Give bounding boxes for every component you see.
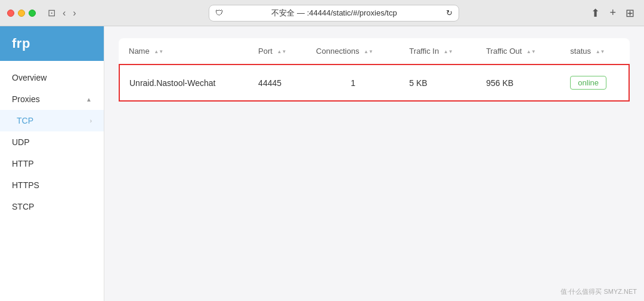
sort-icon-connections: ▲▼ (364, 50, 373, 54)
sidebar-logo: frp (0, 26, 104, 61)
address-bar[interactable]: 🛡 不安全 — :44444/static/#/proxies/tcp ↻ (209, 5, 459, 22)
sort-icon-port: ▲▼ (277, 50, 287, 54)
overview-label: Overview (12, 73, 47, 82)
sort-icon-status: ▲▼ (596, 50, 605, 54)
col-name[interactable]: Name ▲▼ (119, 38, 249, 64)
app-container: frp Overview Proxies ▲ TCP › UDP HTTP HT… (0, 26, 644, 301)
cell-status: online (561, 64, 629, 101)
sidebar-item-proxies[interactable]: Proxies ▲ (0, 88, 104, 110)
content-area: Name ▲▼ Port ▲▼ Connections ▲▼ Traffic I… (104, 26, 644, 301)
col-connections[interactable]: Connections ▲▼ (306, 38, 400, 64)
sidebar-nav: Overview Proxies ▲ TCP › UDP HTTP HTTPS … (0, 61, 104, 301)
sort-icon-name: ▲▼ (154, 50, 163, 54)
stcp-label: STCP (12, 202, 34, 211)
tcp-label: TCP (17, 116, 33, 125)
sidebar-item-https[interactable]: HTTPS (0, 174, 104, 196)
titlebar: ⊡ ‹ › 🛡 不安全 — :44444/static/#/proxies/tc… (0, 0, 644, 26)
sidebar-item-http[interactable]: HTTP (0, 153, 104, 174)
col-status[interactable]: status ▲▼ (561, 38, 629, 64)
proxies-table: Name ▲▼ Port ▲▼ Connections ▲▼ Traffic I… (119, 38, 630, 102)
titlebar-right: ⬆ + ⊞ (589, 5, 637, 21)
address-bar-wrapper: 🛡 不安全 — :44444/static/#/proxies/tcp ↻ (83, 5, 584, 22)
arrow-right-icon: › (90, 118, 92, 124)
cell-port: 44445 (249, 64, 306, 101)
col-traffic-out[interactable]: Traffic Out ▲▼ (476, 38, 561, 64)
sidebar: frp Overview Proxies ▲ TCP › UDP HTTP HT… (0, 26, 104, 301)
navigation-controls: ⊡ ‹ › (45, 6, 79, 20)
proxies-label: Proxies (12, 94, 40, 104)
col-traffic-in[interactable]: Traffic In ▲▼ (400, 38, 476, 64)
sidebar-item-overview[interactable]: Overview (0, 67, 104, 88)
minimize-button[interactable] (18, 10, 25, 17)
cell-traffic-in: 5 KB (400, 64, 476, 101)
close-button[interactable] (7, 10, 14, 17)
sidebar-item-tcp[interactable]: TCP › (0, 110, 104, 131)
tab-overview-button[interactable]: ⊞ (623, 5, 637, 21)
table-row[interactable]: Unraid.Nastool-Wechat 44445 1 5 KB 956 K… (119, 64, 629, 101)
sort-icon-traffic-in: ▲▼ (444, 50, 453, 54)
main-content: Name ▲▼ Port ▲▼ Connections ▲▼ Traffic I… (104, 26, 644, 301)
col-port[interactable]: Port ▲▼ (249, 38, 306, 64)
traffic-lights (7, 10, 36, 17)
http-label: HTTP (12, 159, 34, 168)
new-tab-button[interactable]: + (607, 5, 618, 20)
cell-traffic-out: 956 KB (476, 64, 561, 101)
fullscreen-button[interactable] (29, 10, 36, 17)
https-label: HTTPS (12, 180, 39, 190)
udp-label: UDP (12, 137, 30, 147)
cell-name: Unraid.Nastool-Wechat (119, 64, 249, 101)
sort-icon-traffic-out: ▲▼ (527, 50, 536, 54)
forward-button[interactable]: › (70, 7, 78, 20)
watermark: 值·什么值得买 SMYZ.NET (561, 287, 637, 296)
share-button[interactable]: ⬆ (589, 5, 602, 21)
shield-icon: 🛡 (215, 8, 223, 17)
sidebar-item-udp[interactable]: UDP (0, 131, 104, 153)
sidebar-item-stcp[interactable]: STCP (0, 196, 104, 217)
address-text: 不安全 — :44444/static/#/proxies/tcp (227, 8, 442, 19)
status-badge: online (570, 76, 606, 90)
sidebar-toggle-button[interactable]: ⊡ (45, 6, 58, 20)
chevron-up-icon: ▲ (86, 96, 92, 103)
cell-connections: 1 (306, 64, 400, 101)
reload-icon[interactable]: ↻ (446, 8, 453, 17)
back-button[interactable]: ‹ (60, 7, 68, 20)
